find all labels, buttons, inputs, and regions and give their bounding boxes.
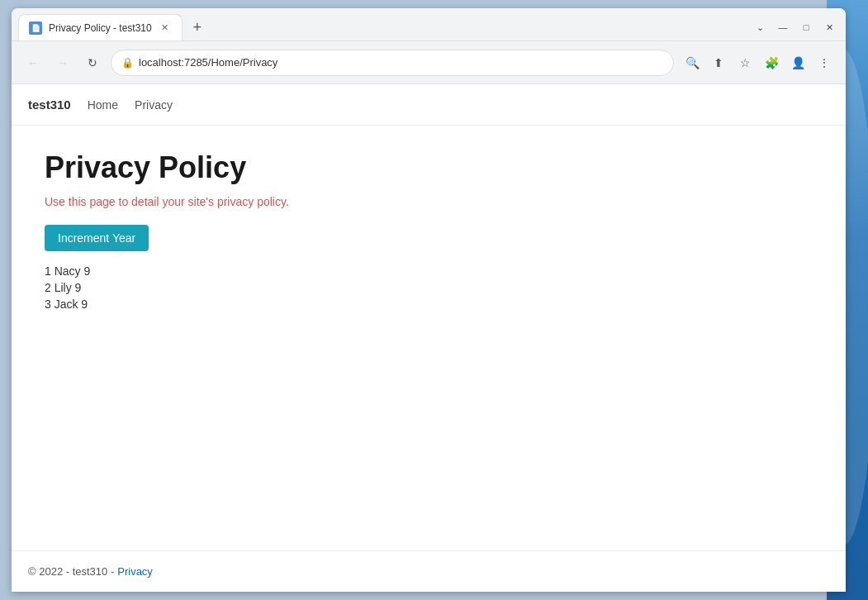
profile-icon[interactable]: 👤 bbox=[786, 51, 809, 74]
site-brand-link[interactable]: test310 bbox=[28, 98, 71, 112]
bookmark-icon[interactable]: ☆ bbox=[733, 51, 757, 74]
footer-copyright: © 2022 - test310 - bbox=[28, 565, 114, 578]
footer-privacy-link[interactable]: Privacy bbox=[117, 565, 153, 578]
chevron-button[interactable]: ⌄ bbox=[750, 17, 770, 37]
page-title: Privacy Policy bbox=[45, 150, 813, 185]
close-button[interactable]: ✕ bbox=[819, 17, 839, 37]
nav-link-home[interactable]: Home bbox=[88, 98, 118, 112]
increment-year-button[interactable]: Increment Year bbox=[45, 225, 149, 251]
main-content: Privacy Policy Use this page to detail y… bbox=[12, 126, 846, 550]
menu-icon[interactable]: ⋮ bbox=[813, 51, 836, 74]
url-text: localhost:7285/Home/Privacy bbox=[139, 56, 663, 69]
site-footer: © 2022 - test310 - Privacy bbox=[12, 550, 846, 592]
back-button[interactable]: ← bbox=[21, 51, 45, 74]
site-navbar: test310 Home Privacy bbox=[12, 84, 846, 126]
item-1: 1 Nacy 9 bbox=[45, 264, 90, 278]
window-controls: ⌄ — □ ✕ bbox=[750, 17, 839, 37]
forward-button[interactable]: → bbox=[51, 51, 74, 74]
list-item: 2 Lily 9 bbox=[45, 281, 813, 294]
refresh-button[interactable]: ↻ bbox=[81, 51, 104, 74]
page-subtitle: Use this page to detail your site's priv… bbox=[45, 195, 813, 208]
minimize-button[interactable]: — bbox=[773, 17, 793, 37]
url-bar[interactable]: 🔒 localhost:7285/Home/Privacy bbox=[111, 50, 674, 76]
nav-link-privacy[interactable]: Privacy bbox=[135, 98, 173, 112]
extensions-icon[interactable]: 🧩 bbox=[760, 51, 783, 74]
list-item: 3 Jack 9 bbox=[45, 298, 813, 311]
address-bar: ← → ↻ 🔒 localhost:7285/Home/Privacy 🔍 ⬆ … bbox=[12, 41, 846, 84]
data-list: 1 Nacy 9 2 Lily 9 3 Jack 9 bbox=[45, 264, 813, 311]
maximize-button[interactable]: □ bbox=[796, 17, 816, 37]
tab-title: Privacy Policy - test310 bbox=[49, 22, 152, 34]
lock-icon: 🔒 bbox=[121, 57, 134, 69]
share-icon[interactable]: ⬆ bbox=[707, 51, 730, 74]
tab-favicon: 📄 bbox=[29, 21, 42, 35]
item-3: 3 Jack 9 bbox=[45, 298, 88, 311]
search-icon[interactable]: 🔍 bbox=[681, 51, 704, 74]
toolbar-icons: 🔍 ⬆ ☆ 🧩 👤 ⋮ bbox=[681, 51, 836, 74]
tab-close-button[interactable]: ✕ bbox=[159, 21, 172, 35]
title-bar: 📄 Privacy Policy - test310 ✕ + ⌄ — □ ✕ bbox=[12, 8, 846, 41]
browser-tab[interactable]: 📄 Privacy Policy - test310 ✕ bbox=[18, 14, 183, 40]
list-item: 1 Nacy 9 bbox=[45, 264, 813, 278]
browser-window: 📄 Privacy Policy - test310 ✕ + ⌄ — □ ✕ ←… bbox=[12, 8, 846, 592]
item-2: 2 Lily 9 bbox=[45, 281, 81, 294]
new-tab-button[interactable]: + bbox=[186, 16, 209, 39]
